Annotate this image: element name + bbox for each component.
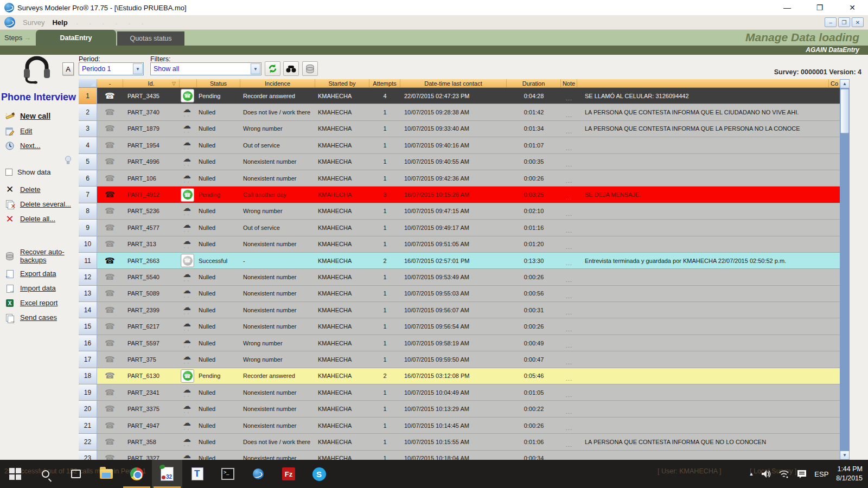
row-number[interactable]: 17	[79, 351, 97, 367]
row-number[interactable]: 1	[79, 88, 97, 104]
table-row[interactable]: 10☎PART_313☁‚ ‚NulledNonexistent numberK…	[79, 236, 840, 253]
vertical-scrollbar[interactable]: ▲ ▼	[840, 79, 850, 460]
col-header-id[interactable]: Id.▽	[123, 79, 180, 87]
note-expand-button[interactable]: ...	[566, 227, 572, 234]
row-number[interactable]: 2	[79, 104, 97, 120]
taskbar-button-textpad[interactable]	[182, 460, 213, 488]
taskbar-button-filezilla[interactable]: Fz	[273, 460, 304, 488]
col-header-action[interactable]	[180, 79, 197, 87]
table-row[interactable]: 23☎PART_3327☁‚ ‚NulledNonexistent number…	[79, 451, 840, 460]
col-header-started-by[interactable]: Started by	[315, 79, 369, 87]
sidebar-link-new-call[interactable]: New call	[4, 112, 77, 121]
call-button[interactable]: ☎	[181, 89, 194, 102]
row-number[interactable]: 14	[79, 302, 97, 318]
select-all-corner[interactable]	[79, 79, 97, 87]
tab-quotas-status[interactable]: Quotas status	[117, 31, 184, 46]
note-expand-button[interactable]: ...	[566, 128, 572, 134]
database-button[interactable]	[302, 61, 318, 76]
note-expand-button[interactable]: ...	[566, 425, 572, 431]
note-expand-button[interactable]: ...	[566, 177, 572, 184]
row-number[interactable]: 23	[79, 451, 97, 460]
col-header-incidence[interactable]: Incidence	[240, 79, 315, 87]
chevron-down-icon[interactable]: ▼	[133, 63, 143, 74]
note-expand-button[interactable]: ...	[566, 342, 572, 349]
table-row[interactable]: 13☎PART_5089☁‚ ‚NulledNonexistent number…	[79, 286, 840, 302]
scroll-up-button[interactable]: ▲	[840, 79, 850, 88]
sidebar-link-edit[interactable]: Edit	[4, 126, 77, 136]
col-header-duration[interactable]: Duration	[507, 79, 561, 87]
volume-icon[interactable]	[761, 470, 771, 478]
refresh-button[interactable]	[265, 61, 280, 76]
table-row[interactable]: 15☎PART_6217☁‚ ‚NulledNonexistent number…	[79, 318, 840, 335]
sidebar-link-delete[interactable]: ✕Delete	[4, 185, 77, 194]
table-row[interactable]: 5☎PART_4996☁‚ ‚NulledNonexistent numberK…	[79, 154, 840, 170]
taskbar-button-skype[interactable]: S	[304, 460, 334, 488]
show-data-checkbox[interactable]	[5, 169, 12, 176]
note-expand-button[interactable]: ...	[566, 359, 572, 365]
note-expand-button[interactable]: ...	[566, 210, 572, 217]
note-expand-button[interactable]: ...	[566, 375, 572, 382]
row-number[interactable]: 15	[79, 318, 97, 334]
tab-dataentry[interactable]: DataEntry	[36, 30, 116, 46]
call-button[interactable]: ☎	[181, 188, 194, 202]
menu-help[interactable]: Help	[52, 18, 67, 27]
font-size-button[interactable]: A	[62, 62, 74, 75]
scroll-down-button[interactable]: ▼	[840, 451, 850, 460]
col-header-note[interactable]: Note	[561, 79, 577, 87]
row-number[interactable]: 13	[79, 286, 97, 301]
notifications-icon[interactable]	[797, 470, 807, 479]
note-expand-button[interactable]: ...	[566, 161, 572, 168]
row-number[interactable]: 5	[79, 154, 97, 170]
sidebar-link-delete-several[interactable]: ✕Delete several...	[4, 200, 77, 209]
note-expand-button[interactable]: ...	[566, 145, 572, 151]
taskbar-button-surveys-modeler[interactable]	[243, 460, 273, 488]
sidebar-link-import-data[interactable]: →Import data	[4, 284, 77, 293]
hidden-icons-button[interactable]: ▲	[749, 471, 754, 477]
note-expand-button[interactable]: ...	[566, 194, 572, 201]
taskbar-button-explorer[interactable]	[91, 460, 122, 488]
table-row[interactable]: 4☎PART_1954☁‚ ‚NulledOut of serviceKMAHE…	[79, 137, 840, 153]
table-row[interactable]: 19☎PART_2341☁‚ ‚NulledNonexistent number…	[79, 384, 840, 401]
sidebar-link-excel-report[interactable]: XExcel report	[4, 299, 77, 308]
row-number[interactable]: 12	[79, 269, 97, 285]
close-button[interactable]: ✕	[846, 2, 858, 14]
minimize-button[interactable]: —	[781, 2, 793, 14]
row-number[interactable]: 3	[79, 121, 97, 137]
row-number[interactable]: 10	[79, 236, 97, 252]
child-minimize-button[interactable]: –	[825, 17, 837, 27]
table-row[interactable]: 2☎PART_3740☁‚ ‚NulledDoes not live / wor…	[79, 104, 840, 120]
child-restore-button[interactable]: ❐	[838, 17, 850, 27]
table-row[interactable]: 20☎PART_3375☁‚ ‚NulledNonexistent number…	[79, 401, 840, 417]
row-number[interactable]: 22	[79, 434, 97, 450]
note-expand-button[interactable]: ...	[566, 391, 572, 398]
taskbar-button-start[interactable]	[0, 460, 30, 488]
table-row[interactable]: 11☎PART_2663☎Successful-KMAHECHA216/07/2…	[79, 253, 840, 269]
scroll-thumb[interactable]	[840, 89, 849, 133]
taskbar-button-chrome[interactable]	[122, 460, 152, 488]
row-number[interactable]: 11	[79, 253, 97, 268]
sidebar-link-delete-all[interactable]: ✕Delete all...	[4, 214, 77, 223]
note-expand-button[interactable]: ...	[566, 277, 572, 283]
note-expand-button[interactable]: ...	[566, 112, 572, 118]
row-number[interactable]: 4	[79, 137, 97, 153]
col-header-phone[interactable]: -	[97, 79, 123, 87]
taskbar-button-surveys-dataentry[interactable]	[152, 460, 182, 488]
note-expand-button[interactable]: ...	[566, 293, 572, 299]
row-number[interactable]: 6	[79, 170, 97, 186]
table-row[interactable]: 21☎PART_4947☁‚ ‚NulledNonexistent number…	[79, 418, 840, 434]
col-header-notetext[interactable]	[577, 79, 829, 87]
row-number[interactable]: 7	[79, 187, 97, 202]
table-row[interactable]: 6☎PART_106☁‚ ‚NulledNonexistent numberKM…	[79, 170, 840, 187]
find-button[interactable]	[283, 61, 299, 76]
table-row[interactable]: 22☎PART_358☁‚ ‚NulledDoes not live / wor…	[79, 434, 840, 450]
row-number[interactable]: 9	[79, 220, 97, 235]
note-expand-button[interactable]: ...	[566, 95, 572, 101]
row-number[interactable]: 21	[79, 418, 97, 433]
call-button[interactable]: ☎	[181, 369, 194, 383]
taskbar-clock[interactable]: 1:44 PM 8/1/2015	[836, 465, 863, 483]
note-expand-button[interactable]: ...	[566, 408, 572, 415]
table-row[interactable]: 3☎PART_1879☁‚ ‚NulledWrong numberKMAHECH…	[79, 121, 840, 137]
note-expand-button[interactable]: ...	[566, 243, 572, 250]
chevron-down-icon[interactable]: ▼	[251, 63, 260, 74]
row-number[interactable]: 16	[79, 335, 97, 351]
